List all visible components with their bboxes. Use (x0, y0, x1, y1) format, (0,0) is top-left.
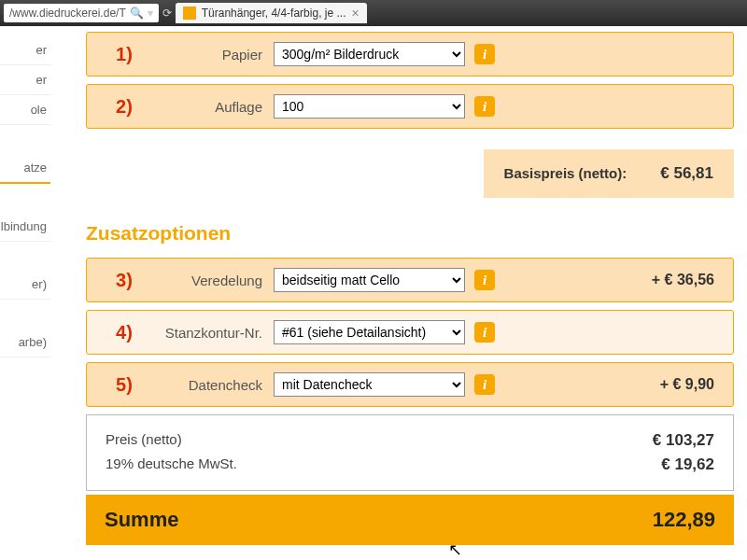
base-price-label: Basispreis (netto): (504, 165, 627, 181)
total-value: 122,89 (653, 508, 715, 532)
quantity-select[interactable]: 100 (274, 94, 465, 119)
price-summary: Preis (netto) € 103,27 19% deutsche MwSt… (86, 414, 734, 491)
field-label: Datencheck (162, 377, 274, 393)
favicon-icon (183, 7, 196, 20)
info-icon[interactable]: i (474, 322, 495, 343)
config-row-diecut: 4) Stanzkontur-Nr. #61 (siehe Detailansi… (86, 310, 734, 355)
base-price-box: Basispreis (netto): € 56,81 (484, 149, 734, 198)
viewport: er er ole atze lbindung er) arbe) 1) Pap… (0, 26, 747, 560)
main-content: 1) Papier 300g/m² Bilderdruck i 2) Aufla… (50, 26, 747, 560)
info-icon[interactable]: i (474, 374, 495, 395)
vat-label: 19% deutsche MwSt. (106, 455, 237, 474)
config-row-finishing: 3) Veredelung beidseitig matt Cello i + … (86, 258, 734, 302)
step-number: 1) (87, 44, 162, 65)
total-label: Summe (105, 508, 178, 532)
tab-title: Türanhänger, 4/4-farbig, je ... (202, 7, 346, 20)
config-row-quantity: 2) Auflage 100 i (86, 84, 734, 129)
step-number: 3) (87, 270, 162, 291)
datacheck-select[interactable]: mit Datencheck (274, 372, 465, 397)
sidebar-item[interactable]: ole (0, 95, 50, 125)
browser-tab[interactable]: Türanhänger, 4/4-farbig, je ... × (176, 3, 367, 23)
diecut-select[interactable]: #61 (siehe Detailansicht) (274, 320, 465, 344)
field-label: Papier (162, 47, 274, 63)
dropdown-icon[interactable]: ▾ (148, 7, 153, 20)
sidebar-item[interactable]: lbindung (0, 212, 50, 242)
net-price-label: Preis (netto) (106, 431, 182, 450)
info-icon[interactable]: i (474, 96, 495, 117)
vat-value: € 19,62 (661, 455, 714, 474)
sidebar-item[interactable]: er (0, 35, 50, 65)
step-number: 2) (87, 96, 162, 118)
field-label: Stanzkontur-Nr. (162, 325, 274, 341)
info-icon[interactable]: i (474, 44, 495, 64)
finishing-select[interactable]: beidseitig matt Cello (274, 268, 465, 292)
config-row-paper: 1) Papier 300g/m² Bilderdruck i (86, 32, 734, 77)
config-row-datacheck: 5) Datencheck mit Datencheck i + € 9,90 (86, 362, 734, 407)
field-label: Auflage (162, 99, 274, 115)
sidebar-item[interactable]: atze (0, 153, 50, 184)
info-icon[interactable]: i (474, 270, 495, 290)
option-price: + € 36,56 (652, 272, 722, 288)
net-price-value: € 103,27 (653, 431, 714, 450)
field-label: Veredelung (162, 273, 274, 288)
section-title-extras: Zusatzoptionen (86, 222, 734, 245)
option-price: + € 9,90 (660, 376, 722, 393)
browser-chrome: /www.diedruckerei.de/T 🔍 ▾ ⟳ Türanhänger… (0, 0, 747, 26)
sidebar: er er ole atze lbindung er) arbe) (0, 26, 50, 560)
total-bar: Summe 122,89 (86, 495, 734, 545)
search-icon[interactable]: 🔍 (130, 7, 144, 20)
step-number: 5) (87, 374, 162, 396)
close-icon[interactable]: × (351, 6, 359, 21)
address-bar[interactable]: /www.diedruckerei.de/T 🔍 ▾ (4, 4, 159, 22)
sidebar-item[interactable]: arbe) (0, 328, 50, 357)
sidebar-item[interactable]: er) (0, 270, 50, 300)
paper-select[interactable]: 300g/m² Bilderdruck (274, 42, 465, 66)
base-price-value: € 56,81 (660, 164, 713, 183)
url-text: /www.diedruckerei.de/T (9, 7, 126, 20)
refresh-icon[interactable]: ⟳ (162, 7, 172, 20)
step-number: 4) (87, 322, 162, 343)
sidebar-item[interactable]: er (0, 65, 50, 95)
